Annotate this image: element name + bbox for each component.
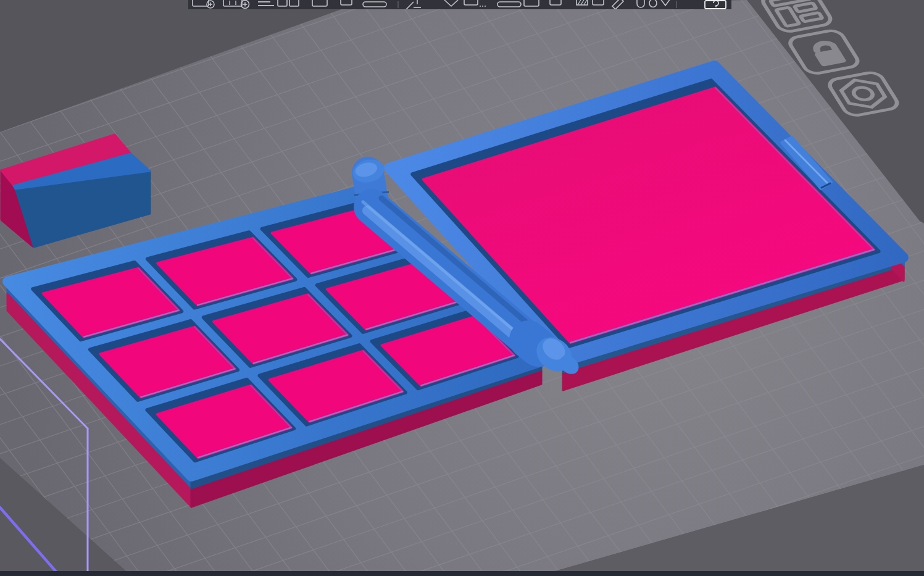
slicer-viewport bbox=[0, 0, 924, 576]
viewport-bottom-bar bbox=[0, 571, 924, 576]
